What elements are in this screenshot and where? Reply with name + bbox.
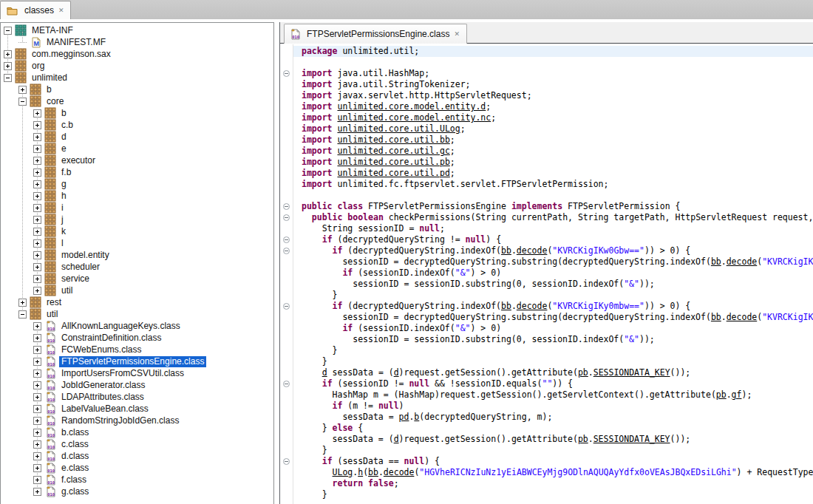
tree-item-label[interactable]: g.class [59, 486, 91, 497]
tree-item-label[interactable]: c.class [59, 439, 91, 450]
tree-item-label[interactable]: META-INF [30, 25, 75, 36]
tree-item-label[interactable]: model.entity [59, 250, 112, 261]
expand-plus-icon[interactable] [33, 346, 41, 354]
tree-item[interactable]: 010 c.class [1, 438, 273, 450]
tree-item-label[interactable]: rest [44, 297, 64, 308]
fold-collapse-icon[interactable] [283, 203, 290, 210]
code-link[interactable]: unlimited.core.util.bb [337, 134, 449, 145]
code-link[interactable]: SESSIONDATA_KEY [593, 434, 670, 444]
tree-item[interactable]: model.entity [1, 249, 273, 261]
fold-collapse-icon[interactable] [283, 458, 290, 465]
fold-collapse-icon[interactable] [283, 303, 290, 310]
tree-item-label[interactable]: AllKnownLanguageKeys.class [59, 321, 183, 332]
tree-item-label[interactable]: JobIdGenerator.class [59, 380, 147, 391]
tree-item-label[interactable]: core [44, 96, 66, 107]
tree-item[interactable]: h [1, 190, 273, 202]
close-icon[interactable]: ✕ [453, 30, 460, 38]
tree-item-label[interactable]: g [59, 179, 69, 190]
tree-item-label[interactable]: e [59, 143, 69, 154]
tree-item-label[interactable]: ConstraintDefinition.class [59, 333, 163, 344]
code-area[interactable]: package unlimited.util;import java.util.… [280, 44, 813, 504]
tree-item-label[interactable]: LDAPAttributes.class [59, 392, 146, 403]
expand-plus-icon[interactable] [33, 251, 41, 259]
expand-plus-icon[interactable] [33, 381, 41, 389]
collapse-minus-icon[interactable] [4, 27, 12, 35]
expand-plus-icon[interactable] [18, 86, 27, 94]
tree-item-label[interactable]: org [30, 61, 47, 72]
tree-item-label[interactable]: b [59, 108, 69, 119]
code-link[interactable]: d [394, 434, 399, 444]
code-link[interactable]: unlimited.core.model.entity.nc [337, 112, 491, 123]
tree-item-label[interactable]: util [59, 285, 75, 296]
tree-item-label[interactable]: b.class [59, 427, 91, 438]
tree-item[interactable]: util [1, 285, 273, 296]
code-link[interactable]: bb [711, 312, 721, 322]
expand-plus-icon[interactable] [33, 157, 41, 165]
expand-plus-icon[interactable] [33, 370, 41, 378]
tree-item[interactable]: 010 g.class [1, 486, 273, 497]
tree-item-label[interactable]: c.b [59, 120, 75, 131]
tree-item-label-selected[interactable]: FTPServletPermissionsEngine.class [59, 356, 206, 367]
tree-item[interactable]: META-INF [1, 24, 273, 36]
code-link[interactable]: d [394, 367, 399, 378]
expand-plus-icon[interactable] [33, 358, 41, 366]
tree-item[interactable]: 010 ImportUsersFromCSVUtil.class [1, 367, 273, 379]
expand-plus-icon[interactable] [33, 488, 41, 496]
expand-plus-icon[interactable] [33, 168, 41, 177]
expand-plus-icon[interactable] [33, 476, 41, 484]
tree-item-label[interactable]: f.class [59, 474, 89, 486]
expand-plus-icon[interactable] [33, 121, 41, 129]
tree-item-label[interactable]: f.b [59, 167, 73, 178]
expand-plus-icon[interactable] [33, 429, 41, 437]
tree-item[interactable]: b [1, 107, 273, 119]
tree-item[interactable]: rest [1, 296, 273, 308]
tree-item-label[interactable]: l [59, 238, 66, 249]
collapse-minus-icon[interactable] [18, 310, 27, 319]
expand-plus-icon[interactable] [33, 204, 41, 212]
tree-item-label[interactable]: d [59, 132, 69, 143]
code-link[interactable]: pb [578, 434, 588, 444]
tree-item[interactable]: com.megginson.sax [1, 48, 273, 60]
tree-item[interactable]: l [1, 237, 273, 249]
expand-plus-icon[interactable] [4, 50, 12, 58]
tree-item-label[interactable]: service [59, 273, 92, 285]
tree-item[interactable]: executor [1, 154, 273, 166]
code-link[interactable]: SESSIONDATA_KEY [593, 367, 670, 378]
tree-item[interactable]: util [1, 308, 273, 320]
tree-item[interactable]: e [1, 143, 273, 154]
tree-item-label[interactable]: MANIFEST.MF [44, 37, 108, 48]
tree-item[interactable]: 010 FTPServletPermissionsEngine.class [1, 355, 273, 367]
code-link[interactable]: pb [578, 367, 588, 378]
expand-plus-icon[interactable] [33, 334, 41, 342]
code-link[interactable]: ULog [333, 467, 353, 477]
expand-plus-icon[interactable] [33, 440, 41, 449]
tree-item-label[interactable]: d.class [59, 451, 91, 462]
tree-item-label[interactable]: RandomStringJobIdGen.class [59, 415, 181, 426]
tree-item-label[interactable]: j [59, 214, 66, 225]
tree-item[interactable]: g [1, 178, 273, 190]
tab-ftpservletpermissionsengine[interactable]: 010 FTPServletPermissionsEngine.class ✕ [284, 24, 467, 44]
tree-item[interactable]: d [1, 131, 273, 143]
expand-plus-icon[interactable] [33, 417, 41, 425]
code-link[interactable]: bb [501, 245, 511, 256]
close-icon[interactable]: ✕ [58, 7, 65, 15]
tree-item[interactable]: 010 ConstraintDefinition.class [1, 332, 273, 344]
tree-item[interactable]: c.b [1, 119, 273, 131]
code-link[interactable]: decode [727, 312, 758, 322]
code-link[interactable]: pd [399, 412, 409, 422]
tree-item[interactable]: 010 b.class [1, 426, 273, 438]
code-link[interactable]: decode [384, 467, 415, 477]
code-link[interactable]: decode [727, 256, 758, 267]
tree-item[interactable]: 010 LDAPAttributes.class [1, 391, 273, 403]
expand-plus-icon[interactable] [33, 393, 41, 401]
expand-plus-icon[interactable] [33, 239, 41, 248]
code-link[interactable]: decode [517, 245, 548, 256]
tree-item-label[interactable]: e.class [59, 463, 91, 474]
tree-item[interactable]: j [1, 214, 273, 225]
code-link[interactable]: decode [517, 301, 548, 311]
code-link[interactable]: bb [501, 301, 511, 311]
expand-plus-icon[interactable] [33, 192, 41, 200]
tree-item-label[interactable]: h [59, 191, 69, 202]
code-link[interactable]: unlimited.core.util.gc [337, 146, 449, 156]
tree-item[interactable]: k [1, 225, 273, 237]
